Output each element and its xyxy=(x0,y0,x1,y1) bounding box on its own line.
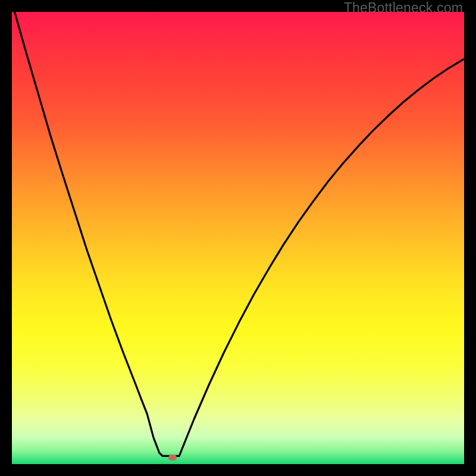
bottleneck-curve xyxy=(15,12,464,456)
curve-svg xyxy=(12,12,464,464)
chart-frame: TheBottleneck.com xyxy=(0,0,476,476)
plot-area xyxy=(12,12,464,464)
optimum-marker xyxy=(168,455,177,461)
